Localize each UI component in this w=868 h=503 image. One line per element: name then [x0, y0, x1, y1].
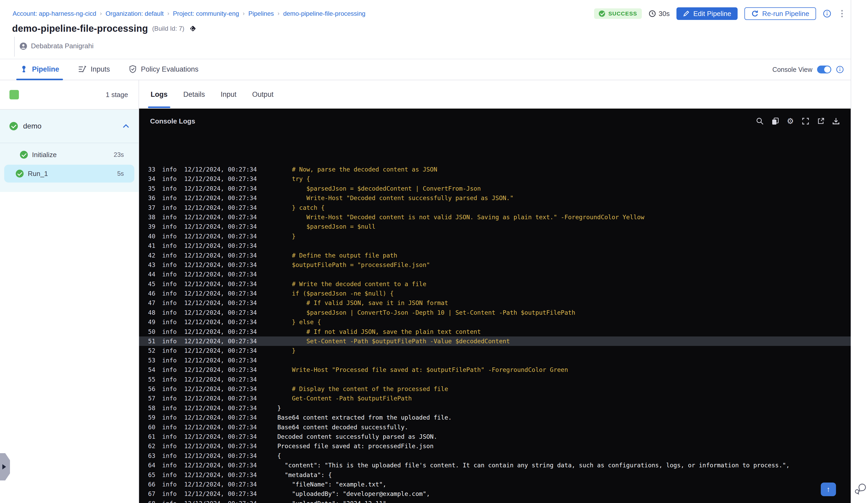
log-message: # If valid JSON, save it in JSON format: [277, 298, 448, 308]
breadcrumb-separator: ›: [243, 10, 245, 17]
log-message: }: [277, 404, 281, 413]
console-toolbar: ⚙: [756, 117, 840, 125]
log-message: Get-Content -Path $outputFilePath: [277, 394, 412, 403]
log-row-53[interactable]: 53info12/12/2024, 00:27:34: [139, 356, 851, 365]
more-options-menu[interactable]: [838, 9, 846, 18]
chevron-up-icon[interactable]: [123, 124, 129, 128]
console-tab-details[interactable]: Details: [183, 80, 205, 108]
log-row-54[interactable]: 54info12/12/2024, 00:27:34 Write-Host "P…: [139, 365, 851, 375]
open-in-new-icon[interactable]: [817, 117, 825, 125]
console-tab-logs[interactable]: Logs: [151, 80, 168, 108]
log-row-47[interactable]: 47info12/12/2024, 00:27:34 # If valid JS…: [139, 298, 851, 308]
settings-icon[interactable]: ⚙: [787, 117, 794, 125]
log-row-61[interactable]: 61info12/12/2024, 00:27:34Decoded conten…: [139, 432, 851, 441]
rerun-pipeline-button[interactable]: Re-run Pipeline: [744, 7, 816, 20]
log-row-37[interactable]: 37info12/12/2024, 00:27:34 } catch {: [139, 203, 851, 212]
log-line-number: 46: [147, 289, 155, 298]
tab-pipeline[interactable]: Pipeline: [20, 59, 59, 80]
log-line-number: 47: [147, 298, 155, 308]
log-row-46[interactable]: 46info12/12/2024, 00:27:34 if ($parsedJs…: [139, 289, 851, 298]
log-row-33[interactable]: 33info12/12/2024, 00:27:34 # Now, parse …: [139, 165, 851, 174]
download-icon[interactable]: [832, 117, 840, 125]
log-row-59[interactable]: 59info12/12/2024, 00:27:34Base64 content…: [139, 413, 851, 422]
log-row-58[interactable]: 58info12/12/2024, 00:27:34}: [139, 404, 851, 413]
info-icon[interactable]: [836, 65, 844, 73]
stage-header[interactable]: demo: [0, 109, 138, 143]
log-row-51[interactable]: 51info12/12/2024, 00:27:34 Set-Content -…: [139, 336, 851, 346]
log-row-48[interactable]: 48info12/12/2024, 00:27:34 $parsedJson |…: [139, 308, 851, 317]
log-row-50[interactable]: 50info12/12/2024, 00:27:34 # If not vali…: [139, 327, 851, 336]
log-message: Processed file saved at: processedFile.j…: [277, 441, 433, 451]
log-timestamp: 12/12/2024, 00:27:34: [184, 241, 270, 250]
breadcrumb-separator: ›: [278, 10, 279, 17]
log-timestamp: 12/12/2024, 00:27:34: [184, 165, 270, 174]
log-level: info: [162, 193, 177, 203]
breadcrumb-link-pipelines[interactable]: Pipelines: [248, 10, 274, 17]
success-check-icon: [599, 10, 605, 17]
tab-inputs[interactable]: Inputs: [78, 59, 110, 80]
build-id: (Build Id: 7): [152, 25, 185, 32]
log-row-62[interactable]: 62info12/12/2024, 00:27:34Processed file…: [139, 441, 851, 451]
log-level: info: [162, 232, 177, 241]
byline: Debabrata Panigrahi: [19, 42, 94, 50]
info-icon[interactable]: [823, 9, 831, 18]
log-row-35[interactable]: 35info12/12/2024, 00:27:34 $parsedJson =…: [139, 184, 851, 193]
log-row-49[interactable]: 49info12/12/2024, 00:27:34 } else {: [139, 317, 851, 327]
log-row-57[interactable]: 57info12/12/2024, 00:27:34 Get-Content -…: [139, 394, 851, 403]
log-timestamp: 12/12/2024, 00:27:34: [184, 184, 270, 193]
log-row-56[interactable]: 56info12/12/2024, 00:27:34 # Display the…: [139, 384, 851, 394]
log-row-65[interactable]: 65info12/12/2024, 00:27:34 "metadata": {: [139, 470, 851, 480]
console-tab-output[interactable]: Output: [252, 80, 273, 108]
log-row-66[interactable]: 66info12/12/2024, 00:27:34 "fileName": "…: [139, 480, 851, 489]
log-row-43[interactable]: 43info12/12/2024, 00:27:34 $outputFilePa…: [139, 260, 851, 270]
pencil-icon: [683, 10, 690, 17]
scroll-to-top-button[interactable]: ↑: [821, 483, 836, 496]
log-message: try {: [277, 174, 310, 184]
sidebar-step-run-1[interactable]: Run_15s: [4, 165, 134, 182]
breadcrumb-link-demo-pipeline-file-processing[interactable]: demo-pipeline-file-processing: [283, 10, 365, 17]
log-row-45[interactable]: 45info12/12/2024, 00:27:34 # Write the d…: [139, 279, 851, 289]
search-icon[interactable]: [756, 117, 764, 125]
help-chat-icon[interactable]: [854, 484, 866, 495]
console-title: Console Logs: [150, 117, 195, 125]
log-row-41[interactable]: 41info12/12/2024, 00:27:34: [139, 241, 851, 250]
log-timestamp: 12/12/2024, 00:27:34: [184, 461, 270, 470]
log-row-67[interactable]: 67info12/12/2024, 00:27:34 "uploadedBy":…: [139, 489, 851, 499]
log-timestamp: 12/12/2024, 00:27:34: [184, 346, 270, 355]
build-diamond-icon[interactable]: [189, 24, 197, 33]
log-row-63[interactable]: 63info12/12/2024, 00:27:34{: [139, 451, 851, 461]
log-row-64[interactable]: 64info12/12/2024, 00:27:34 "content": "T…: [139, 461, 851, 470]
console-tab-input[interactable]: Input: [221, 80, 236, 108]
log-timestamp: 12/12/2024, 00:27:34: [184, 327, 270, 336]
log-row-60[interactable]: 60info12/12/2024, 00:27:34Base64 content…: [139, 422, 851, 432]
breadcrumb-link-project[interactable]: Project: community-eng: [173, 10, 239, 17]
log-level: info: [162, 279, 177, 289]
log-row-68[interactable]: 68info12/12/2024, 00:27:34 "uploadDate":…: [139, 499, 851, 503]
log-row-55[interactable]: 55info12/12/2024, 00:27:34: [139, 375, 851, 384]
log-row-42[interactable]: 42info12/12/2024, 00:27:34 # Define the …: [139, 251, 851, 260]
log-row-44[interactable]: 44info12/12/2024, 00:27:34: [139, 270, 851, 279]
log-row-39[interactable]: 39info12/12/2024, 00:27:34 $parsedJson =…: [139, 222, 851, 231]
fullscreen-icon[interactable]: [802, 117, 809, 125]
log-row-34[interactable]: 34info12/12/2024, 00:27:34 try {: [139, 174, 851, 184]
tab-policy-evaluations[interactable]: Policy Evaluations: [129, 59, 198, 80]
log-timestamp: 12/12/2024, 00:27:34: [184, 384, 270, 394]
log-timestamp: 12/12/2024, 00:27:34: [184, 404, 270, 413]
log-row-38[interactable]: 38info12/12/2024, 00:27:34 Write-Host "D…: [139, 212, 851, 222]
console-view-toggle[interactable]: [817, 65, 831, 73]
console-panel: LogsDetailsInputOutput Console Logs ⚙: [139, 80, 851, 503]
log-row-36[interactable]: 36info12/12/2024, 00:27:34 Write-Host "D…: [139, 193, 851, 203]
breadcrumb-link-organization[interactable]: Organization: default: [105, 10, 164, 17]
edit-pipeline-button[interactable]: Edit Pipeline: [676, 7, 737, 20]
shield-check-icon: [129, 65, 137, 73]
breadcrumb-link-account[interactable]: Account: app-harness-ng-cicd: [13, 10, 96, 17]
log-timestamp: 12/12/2024, 00:27:34: [184, 279, 270, 289]
log-level: info: [162, 451, 177, 461]
copy-icon[interactable]: [772, 117, 779, 125]
sidebar-step-initialize[interactable]: Initialize23s: [4, 146, 134, 164]
log-row-52[interactable]: 52info12/12/2024, 00:27:34 }: [139, 346, 851, 355]
log-level: info: [162, 384, 177, 394]
status-cluster: SUCCESS 30s Edit Pipeline Re-run Pipelin…: [594, 7, 846, 20]
log-line-number: 42: [147, 251, 155, 260]
log-row-40[interactable]: 40info12/12/2024, 00:27:34 }: [139, 232, 851, 241]
